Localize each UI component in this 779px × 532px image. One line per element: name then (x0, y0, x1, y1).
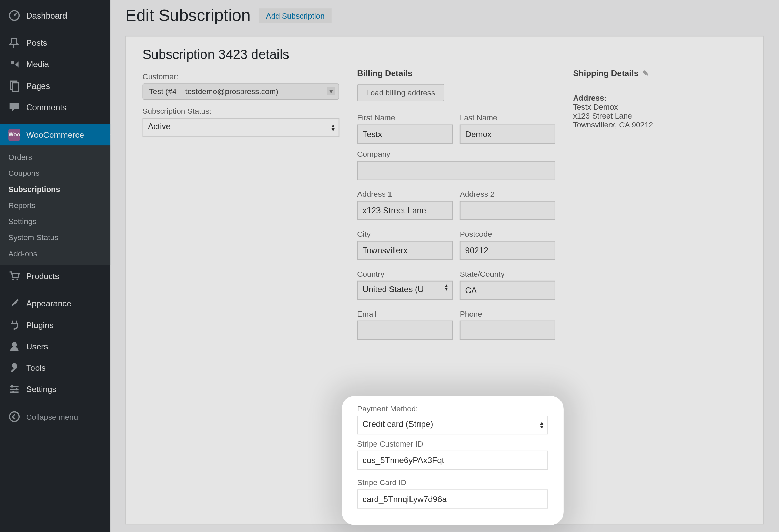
sidebar-collapse[interactable]: Collapse menu (0, 406, 110, 427)
shipping-title: Shipping Details ✎ (573, 69, 747, 78)
sidebar-item-products[interactable]: Products (0, 265, 110, 287)
customer-select[interactable]: Test (#4 – testdemo@prospress.com) (142, 83, 339, 100)
user-icon (8, 340, 20, 352)
sidebar-label: Pages (26, 81, 50, 91)
address1-input[interactable] (357, 201, 453, 220)
svg-point-1 (11, 61, 14, 64)
sidebar-label: Dashboard (26, 11, 67, 20)
stripe-customer-id-input[interactable] (357, 451, 548, 470)
svg-rect-7 (11, 385, 13, 388)
load-billing-button[interactable]: Load billing address (357, 84, 444, 101)
submenu-orders[interactable]: Orders (0, 149, 110, 165)
first-name-label: First Name (357, 113, 453, 122)
sidebar-item-posts[interactable]: Posts (0, 32, 110, 53)
country-select[interactable]: United States (U (357, 281, 453, 300)
payment-method-select[interactable]: Credit card (Stripe) (357, 416, 548, 434)
admin-sidebar: Dashboard Posts Media Pages Comments Woo… (0, 0, 110, 532)
woocommerce-submenu: Orders Coupons Subscriptions Reports Set… (0, 145, 110, 265)
sidebar-label: Comments (26, 103, 67, 112)
first-name-input[interactable] (357, 125, 453, 144)
shipping-line3: Townsvillerx, CA 90212 (573, 120, 747, 129)
svg-rect-3 (12, 83, 18, 91)
sidebar-label: Settings (26, 385, 57, 394)
svg-rect-9 (12, 391, 14, 393)
submenu-reports[interactable]: Reports (0, 197, 110, 214)
shipping-line2: x123 Street Lane (573, 112, 747, 121)
brush-icon (8, 297, 20, 309)
submenu-settings[interactable]: Settings (0, 213, 110, 229)
billing-title: Billing Details (357, 69, 555, 78)
shipping-line1: Testx Demox (573, 103, 747, 112)
sidebar-item-comments[interactable]: Comments (0, 96, 110, 118)
svg-point-6 (12, 342, 17, 347)
add-subscription-button[interactable]: Add Subscription (259, 8, 332, 23)
sidebar-item-users[interactable]: Users (0, 336, 110, 357)
sidebar-label: Appearance (26, 299, 71, 308)
country-label: Country (357, 269, 453, 278)
status-select[interactable]: Active (142, 118, 339, 137)
phone-input[interactable] (460, 321, 555, 340)
sidebar-label: Posts (26, 38, 47, 48)
pin-icon (8, 37, 20, 49)
postcode-label: Postcode (460, 229, 555, 238)
status-label: Subscription Status: (142, 107, 339, 116)
email-input[interactable] (357, 321, 453, 340)
sidebar-item-settings[interactable]: Settings (0, 379, 110, 400)
stripe-card-id-input[interactable] (357, 489, 548, 508)
panel-title: Subscription 3423 details (142, 47, 746, 63)
woocommerce-icon: Woo (8, 129, 20, 141)
plug-icon (8, 319, 20, 331)
payment-method-value: Credit card (Stripe) (363, 419, 433, 429)
sidebar-label: Users (26, 341, 48, 351)
address2-input[interactable] (460, 201, 555, 220)
submenu-addons[interactable]: Add-ons (0, 246, 110, 262)
sidebar-item-dashboard[interactable]: Dashboard (0, 5, 110, 26)
city-input[interactable] (357, 241, 453, 260)
company-label: Company (357, 150, 555, 158)
submenu-coupons[interactable]: Coupons (0, 165, 110, 181)
shipping-title-text: Shipping Details (573, 69, 639, 78)
cart-icon (8, 270, 20, 282)
shipping-address-label: Address: (573, 94, 747, 103)
pages-icon (8, 80, 20, 92)
svg-point-10 (10, 412, 19, 421)
payment-method-label: Payment Method: (357, 404, 548, 413)
collapse-icon (8, 411, 20, 423)
sidebar-item-woocommerce[interactable]: Woo WooCommerce (0, 124, 110, 145)
email-label: Email (357, 309, 453, 318)
stripe-card-id-label: Stripe Card ID (357, 478, 548, 487)
sidebar-item-media[interactable]: Media (0, 54, 110, 75)
sliders-icon (8, 383, 20, 395)
address1-label: Address 1 (357, 190, 453, 198)
city-label: City (357, 229, 453, 238)
sidebar-item-pages[interactable]: Pages (0, 75, 110, 96)
customer-label: Customer: (142, 72, 339, 81)
state-input[interactable] (460, 281, 555, 300)
sidebar-item-plugins[interactable]: Plugins (0, 314, 110, 336)
sidebar-label: WooCommerce (26, 130, 84, 140)
phone-label: Phone (460, 309, 555, 318)
address2-label: Address 2 (460, 190, 555, 198)
svg-point-4 (12, 279, 14, 280)
wrench-icon (8, 362, 20, 374)
postcode-input[interactable] (460, 241, 555, 260)
company-input[interactable] (357, 161, 555, 180)
svg-point-5 (17, 279, 18, 280)
payment-method-spotlight: Payment Method: Credit card (Stripe) ▲▼ … (342, 396, 564, 525)
comment-icon (8, 101, 20, 113)
sidebar-label: Plugins (26, 320, 53, 330)
pencil-icon[interactable]: ✎ (642, 69, 649, 78)
submenu-system-status[interactable]: System Status (0, 229, 110, 246)
stripe-customer-id-label: Stripe Customer ID (357, 439, 548, 448)
submenu-subscriptions[interactable]: Subscriptions (0, 181, 110, 197)
sidebar-label: Tools (26, 363, 46, 373)
sidebar-item-tools[interactable]: Tools (0, 357, 110, 378)
sidebar-item-appearance[interactable]: Appearance (0, 293, 110, 314)
sidebar-label: Media (26, 60, 49, 69)
last-name-label: Last Name (460, 113, 555, 122)
status-value: Active (148, 122, 171, 131)
sidebar-label: Collapse menu (26, 412, 78, 421)
dashboard-icon (8, 10, 20, 22)
last-name-input[interactable] (460, 125, 555, 144)
state-label: State/County (460, 269, 555, 278)
